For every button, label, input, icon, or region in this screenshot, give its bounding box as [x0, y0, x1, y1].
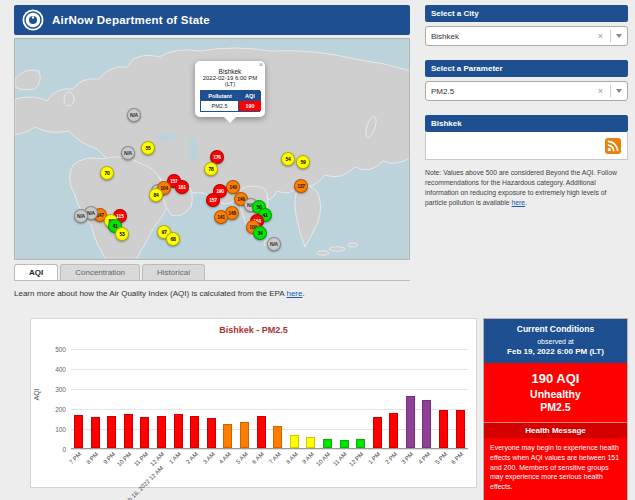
bar-slot: 6 AM — [254, 349, 269, 448]
chevron-down-icon[interactable] — [616, 89, 622, 93]
x-axis-tick: 5 PM — [434, 451, 448, 465]
x-axis-tick: 9 AM — [301, 451, 315, 465]
bar-slot: 2 PM — [386, 349, 401, 448]
bar-slot: 3 AM — [204, 349, 219, 448]
aqi-marker[interactable]: N/A — [74, 209, 88, 223]
aqi-marker[interactable]: N/A — [121, 146, 135, 160]
observed-at-label: observed at — [488, 338, 623, 345]
bar-slot: 1 AM — [171, 349, 186, 448]
learn-more-prefix: Learn more about how the Air Quality Ind… — [14, 289, 286, 298]
bar-slot: 9 PM — [104, 349, 119, 448]
city-clear-icon[interactable]: × — [594, 31, 607, 41]
aqi-marker[interactable]: 70 — [100, 166, 114, 180]
chevron-down-icon[interactable] — [616, 34, 622, 38]
chart-bar[interactable] — [91, 417, 100, 448]
aqi-marker[interactable]: 141 — [214, 210, 228, 224]
aqi-marker[interactable]: 54 — [281, 152, 295, 166]
app-header: AirNow Department of State — [14, 5, 410, 35]
x-axis-date-label: Feb 18, 2022 12 AM — [122, 465, 164, 500]
chart-bar[interactable] — [373, 417, 382, 448]
aqi-marker[interactable]: 161 — [175, 180, 189, 194]
x-axis-tick: 6 AM — [251, 451, 265, 465]
aqi-marker[interactable]: 68 — [166, 232, 180, 246]
x-axis-tick: 8 AM — [285, 451, 299, 465]
x-axis-tick: 2 PM — [384, 451, 398, 465]
aqi-marker[interactable]: 137 — [294, 179, 308, 193]
chart-bar[interactable] — [174, 414, 183, 448]
aqi-marker[interactable]: 53 — [115, 227, 129, 241]
chart-bar[interactable] — [456, 410, 465, 448]
bar-slot: 6 PM — [453, 349, 468, 448]
y-axis-ticks: 0100200300400500 — [31, 349, 68, 449]
beyond-aqi-note: Note: Values above 500 are considered Be… — [425, 168, 628, 207]
chart-bar[interactable] — [207, 418, 216, 448]
tab-historical[interactable]: Historical — [142, 264, 205, 280]
bar-slot: 11 AM — [337, 349, 352, 448]
chart-bar[interactable] — [389, 413, 398, 448]
x-axis-tick: 7 PM — [69, 451, 83, 465]
popup-aqi-value: 190 — [239, 101, 261, 111]
tab-concentration[interactable]: Concentration — [60, 264, 140, 280]
chart-bar[interactable] — [422, 400, 431, 448]
chart-bar[interactable] — [223, 424, 232, 448]
aqi-marker[interactable]: N/A — [127, 108, 141, 122]
aqi-marker[interactable]: 157 — [206, 193, 220, 207]
x-axis-tick: 10 AM — [315, 451, 331, 467]
y-axis-tick: 200 — [55, 406, 66, 413]
note-suffix: . — [525, 199, 527, 206]
aqi-marker[interactable]: 59 — [296, 155, 310, 169]
aqi-marker[interactable]: 34 — [253, 226, 267, 240]
popup-pollutant-header: Pollutant — [201, 91, 239, 101]
chart-bar[interactable] — [140, 417, 149, 448]
note-link[interactable]: here — [512, 199, 526, 206]
parameter-select-value: PM2.5 — [431, 87, 594, 96]
tab-aqi[interactable]: AQI — [14, 264, 58, 280]
chart-bar[interactable] — [190, 416, 199, 448]
y-axis-tick: 400 — [55, 366, 66, 373]
chart-title: Bishkek - PM2.5 — [31, 325, 476, 335]
map[interactable]: N/A55N/A70N/A151161104841767814019015714… — [14, 38, 410, 260]
dos-seal-logo — [22, 9, 44, 31]
parameter-clear-icon[interactable]: × — [594, 86, 607, 96]
bar-slot: 1 PM — [370, 349, 385, 448]
bar-slot: 3 PM — [403, 349, 418, 448]
city-select-value: Bishkek — [431, 32, 594, 41]
city-select[interactable]: Bishkek × — [425, 26, 628, 46]
bar-slot: 9 AM — [303, 349, 318, 448]
chart-bar[interactable] — [273, 426, 282, 448]
popup-pollutant-value: PM2.5 — [201, 101, 239, 111]
aqi-marker[interactable]: N/A — [267, 237, 281, 251]
chart-bar[interactable] — [107, 416, 116, 448]
chart-bar[interactable] — [157, 416, 166, 448]
aqi-marker[interactable]: 84 — [149, 188, 163, 202]
chart-bar[interactable] — [74, 415, 83, 448]
current-aqi-value: 190 AQI — [488, 371, 623, 386]
rss-icon[interactable] — [605, 138, 621, 154]
popup-close-icon[interactable]: × — [259, 61, 263, 69]
page-title: AirNow Department of State — [52, 14, 210, 26]
bar-slot: 4 PM — [419, 349, 434, 448]
aqi-marker[interactable]: 55 — [141, 141, 155, 155]
chart-bar[interactable] — [439, 410, 448, 448]
y-axis-tick: 100 — [55, 426, 66, 433]
x-axis-tick: 6 PM — [450, 451, 464, 465]
chart-bar[interactable] — [356, 439, 365, 448]
chart-bar[interactable] — [340, 440, 349, 448]
bar-slot: 2 AM — [187, 349, 202, 448]
chart-bar[interactable] — [323, 439, 332, 448]
chart-bar[interactable] — [257, 416, 266, 448]
chart-bars: 7 PM8 PM9 PM10 PM11 PM12 AM1 AM2 AM3 AM4… — [71, 349, 468, 449]
chart-bar[interactable] — [406, 396, 415, 448]
current-conditions-title: Current Conditions — [488, 324, 623, 334]
aqi-marker[interactable]: 78 — [204, 162, 218, 176]
chart-bar[interactable] — [306, 437, 315, 448]
chart-bar[interactable] — [290, 435, 299, 448]
parameter-select[interactable]: PM2.5 × — [425, 81, 628, 101]
chart-bar[interactable] — [240, 422, 249, 448]
chart-bar[interactable] — [124, 414, 133, 448]
bar-slot: 7 PM — [71, 349, 86, 448]
select-divider — [610, 30, 611, 42]
epa-link[interactable]: here — [286, 289, 302, 298]
x-axis-tick: 1 AM — [168, 451, 182, 465]
current-conditions-panel: Current Conditions observed at Feb 19, 2… — [483, 318, 628, 500]
